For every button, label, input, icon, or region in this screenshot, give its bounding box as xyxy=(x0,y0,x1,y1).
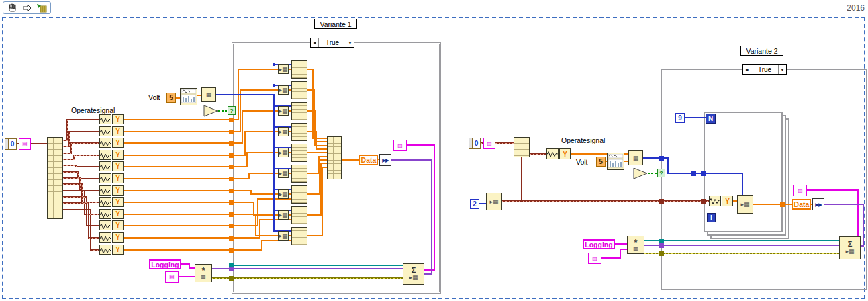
tunnel-int[interactable] xyxy=(701,171,706,176)
tunnel-orange[interactable] xyxy=(229,212,234,217)
string-node-4[interactable]: ▤ xyxy=(483,138,495,149)
comparison-node-1[interactable] xyxy=(203,105,218,117)
waveform-y-row[interactable]: Y xyxy=(99,161,124,171)
string-node-6[interactable]: ▤ xyxy=(588,253,601,264)
waveform-y-row[interactable]: Y xyxy=(99,173,124,183)
violet-wires[interactable] xyxy=(212,160,863,274)
waveform-y-row[interactable]: Y xyxy=(99,185,124,196)
to-ddt-node-1[interactable]: ▶▶ xyxy=(379,154,391,166)
waveform-y-row[interactable]: Y xyxy=(99,232,124,243)
waveform-y-row[interactable]: Y xyxy=(99,138,124,148)
tunnel-orange[interactable] xyxy=(229,236,234,241)
simulate-signal-node-1[interactable] xyxy=(180,88,197,105)
tunnel-violet[interactable] xyxy=(229,267,234,271)
dbl-wires[interactable] xyxy=(124,69,812,250)
tunnel-orange[interactable] xyxy=(229,130,234,134)
array-insert-group[interactable]: ▸▦ xyxy=(278,81,307,99)
loop-i-terminal[interactable]: i xyxy=(707,213,716,222)
tunnel-orange[interactable] xyxy=(229,141,234,146)
navigate-arrow-icon[interactable] xyxy=(21,3,33,13)
string-node-3[interactable]: ▤ xyxy=(165,271,179,283)
open-file-node-2[interactable]: * ▦ xyxy=(627,236,644,254)
array-rows-icon xyxy=(291,206,307,224)
case2-selector[interactable]: ◄ True ▼ xyxy=(742,64,787,75)
index-constant[interactable]: 2 xyxy=(470,199,479,209)
to-ddt-node-2[interactable]: ▶▶ xyxy=(812,198,824,210)
string-node-2[interactable]: ▤ xyxy=(393,140,407,151)
write-spreadsheet-node-1[interactable]: Σ ▸▦ xyxy=(403,263,424,285)
waveform-y-row[interactable]: Y xyxy=(99,220,124,230)
comparison-node-2[interactable] xyxy=(633,167,648,179)
case2-prev-icon[interactable]: ◄ xyxy=(743,65,751,74)
waveform-y-row[interactable]: Y xyxy=(99,126,124,136)
array-insert-group[interactable]: ▸▦ xyxy=(278,227,307,245)
tunnel-error[interactable] xyxy=(659,251,664,256)
array-insert-group[interactable]: ▸▦ xyxy=(278,144,307,162)
build-array-big-node[interactable] xyxy=(327,136,342,179)
open-file-node-1[interactable]: * ▦ xyxy=(195,264,212,282)
insert-array-node-2[interactable]: ▸▦ xyxy=(737,195,753,214)
array-insert-group[interactable]: ▸▦ xyxy=(278,165,307,183)
waveform-icon xyxy=(99,150,111,160)
array-insert-group[interactable]: ▸▦ xyxy=(278,60,307,79)
tunnel-violet[interactable] xyxy=(659,243,664,248)
tunnel-orange[interactable] xyxy=(229,153,234,158)
logging-label-2[interactable]: Logging xyxy=(583,239,615,249)
tunnel-orange[interactable] xyxy=(780,202,785,207)
waveform-y-row[interactable]: Y xyxy=(99,245,124,255)
loop-count-constant[interactable]: 9 xyxy=(675,113,685,123)
tunnel-orange[interactable] xyxy=(229,177,234,181)
waveform-y-row[interactable]: Y xyxy=(546,148,571,159)
scroll-hand-icon[interactable] xyxy=(6,3,18,13)
init-constant-2[interactable]: 0 xyxy=(469,138,481,149)
waveform-y-row[interactable]: Y xyxy=(99,209,124,219)
case1-selector[interactable]: ◄ True ▼ xyxy=(310,38,354,48)
string-node-5[interactable]: ▤ xyxy=(793,185,807,196)
array-insert-group[interactable]: ▸▦ xyxy=(278,123,307,141)
tunnel-error[interactable] xyxy=(229,276,234,281)
tunnel-orange[interactable] xyxy=(229,248,234,253)
data-label-2[interactable]: Data xyxy=(792,199,811,210)
build-array-node-2[interactable]: ▦ xyxy=(628,150,643,165)
index-array-node[interactable]: ▸▦ xyxy=(486,193,502,210)
string-node-1[interactable]: ▤ xyxy=(19,138,31,150)
unbundle-node-1[interactable] xyxy=(47,137,63,219)
case1-prev-icon[interactable]: ◄ xyxy=(311,38,319,47)
tunnel-cluster[interactable] xyxy=(701,199,706,204)
volt-constant-1[interactable]: 5 xyxy=(166,93,176,103)
waveform-y-row[interactable]: Y xyxy=(709,196,733,206)
unbundle-node-2[interactable] xyxy=(514,137,530,157)
tunnel-orange[interactable] xyxy=(229,224,234,228)
tunnel-orange[interactable] xyxy=(229,189,234,194)
tunnel-cluster[interactable] xyxy=(659,199,664,204)
array-insert-group[interactable]: ▸▦ xyxy=(278,206,307,224)
data-label-1[interactable]: Data xyxy=(359,155,378,165)
build-array-node-1[interactable]: ▦ xyxy=(201,87,216,102)
tunnel-orange[interactable] xyxy=(229,200,234,205)
y-terminal: Y xyxy=(112,161,124,171)
case1-selector-terminal[interactable]: ? xyxy=(228,106,236,115)
variante2-title-text: Variante 2 xyxy=(746,47,777,55)
variante2-title[interactable]: Variante 2 xyxy=(740,46,783,56)
tunnel-int[interactable] xyxy=(659,156,664,161)
waveform-y-row[interactable]: Y xyxy=(99,114,124,124)
tunnel-orange[interactable] xyxy=(229,118,234,122)
loop-n-terminal[interactable]: N xyxy=(706,114,716,124)
case2-selector-terminal[interactable]: ? xyxy=(657,169,665,177)
junction-int[interactable] xyxy=(691,171,696,176)
waveform-y-row[interactable]: Y xyxy=(99,150,124,160)
logging-label-1[interactable]: Logging xyxy=(149,259,181,269)
tunnel-teal[interactable] xyxy=(659,239,664,243)
waveform-y-row[interactable]: Y xyxy=(99,197,124,207)
init-constant-1[interactable]: 0 xyxy=(5,138,17,150)
case2-menu-icon[interactable]: ▼ xyxy=(778,65,786,74)
case1-menu-icon[interactable]: ▼ xyxy=(346,38,354,47)
write-spreadsheet-node-2[interactable]: Σ ▸▦ xyxy=(839,236,861,259)
volt-constant-2[interactable]: 5 xyxy=(596,157,606,167)
variante1-title[interactable]: Variante 1 xyxy=(314,19,357,29)
array-insert-group[interactable]: ▸▦ xyxy=(278,102,307,120)
tunnel-orange[interactable] xyxy=(229,165,234,169)
array-insert-group[interactable]: ▸▦ xyxy=(278,185,307,204)
step-debug-icon[interactable] xyxy=(36,3,48,13)
simulate-signal-node-2[interactable] xyxy=(607,153,624,170)
